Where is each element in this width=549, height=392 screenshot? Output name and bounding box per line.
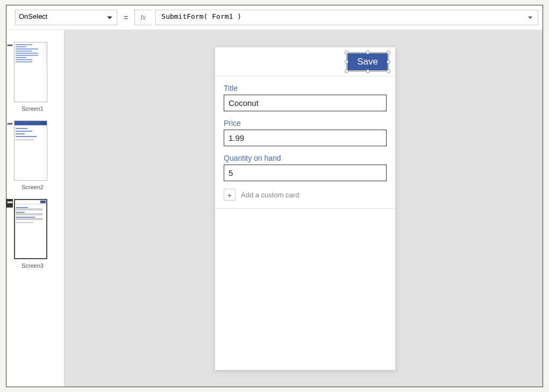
more-icon[interactable]: ••• [7, 44, 12, 47]
field-quantity: Quantity on hand [224, 154, 387, 181]
formula-input[interactable]: SubmitForm( Form1 ) [155, 10, 538, 25]
resize-handle[interactable] [345, 60, 348, 63]
screen-thumb-3[interactable]: ••• Screen3 [6, 199, 64, 269]
fx-icon: fx [134, 10, 151, 25]
resize-handle[interactable] [345, 51, 348, 54]
screen-label: Screen2 [22, 184, 64, 190]
more-icon[interactable]: ••• [6, 199, 13, 208]
field-title: Title [224, 84, 387, 111]
property-dropdown-value: OnSelect [19, 12, 47, 20]
save-button[interactable]: Save [347, 53, 388, 70]
save-button-selection: Save [347, 53, 388, 70]
canvas[interactable]: Save Title [65, 30, 543, 387]
chevron-down-icon[interactable] [528, 16, 532, 19]
screen-thumb-2[interactable]: ••• Screen2 [6, 120, 64, 190]
add-card-label: Add a custom card [241, 191, 299, 199]
field-label: Title [224, 84, 387, 92]
resize-handle[interactable] [366, 69, 369, 73]
formula-text: SubmitForm( Form1 ) [161, 12, 241, 20]
app-frame: OnSelect = fx SubmitForm( Form1 ) ••• [6, 5, 543, 387]
screen-thumbnail [14, 120, 47, 181]
resize-handle[interactable] [387, 69, 390, 73]
property-dropdown[interactable]: OnSelect [15, 10, 117, 25]
title-input[interactable] [224, 95, 387, 111]
more-icon[interactable]: ••• [7, 123, 12, 126]
resize-handle[interactable] [387, 60, 390, 63]
main-area: ••• Screen1 [6, 30, 543, 387]
price-input[interactable] [224, 130, 387, 146]
screen-thumbnail [14, 199, 47, 259]
resize-handle[interactable] [345, 69, 348, 73]
screen-thumbnail [14, 42, 47, 102]
resize-handle[interactable] [366, 51, 369, 54]
add-custom-card[interactable]: + Add a custom card [224, 189, 387, 201]
equals-sign: = [122, 10, 130, 25]
screen-label: Screen3 [22, 262, 64, 269]
field-label: Price [224, 119, 387, 127]
preview-header: Save [215, 47, 395, 76]
plus-icon: + [224, 189, 236, 201]
resize-handle[interactable] [387, 51, 390, 54]
screen-label: Screen1 [22, 105, 64, 112]
device-preview: Save Title [215, 47, 395, 370]
edit-form: Title Price Quantity on hand + Add a cus… [215, 76, 395, 209]
quantity-input[interactable] [224, 165, 387, 181]
screens-panel: ••• Screen1 [6, 30, 65, 387]
field-label: Quantity on hand [224, 154, 387, 162]
formula-bar: OnSelect = fx SubmitForm( Form1 ) [6, 5, 543, 30]
screen-thumb-1[interactable]: ••• Screen1 [6, 42, 64, 112]
field-price: Price [224, 119, 387, 146]
